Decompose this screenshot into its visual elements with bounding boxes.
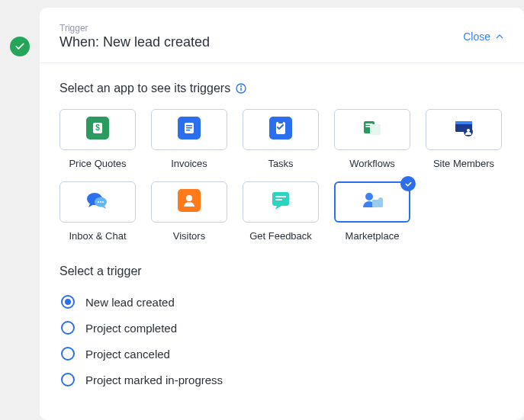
app-label: Tasks [268,158,293,169]
visitors-icon [178,189,201,215]
svg-rect-20 [455,121,472,124]
close-label: Close [463,30,490,43]
svg-point-25 [98,201,99,203]
svg-rect-18 [366,126,371,127]
select-trigger-title: Select a trigger [59,265,504,278]
svg-rect-8 [186,125,192,127]
svg-point-29 [186,195,192,201]
app-workflows[interactable]: Workflows [334,109,410,169]
site-members-icon [451,117,477,143]
trigger-panel: Trigger When: New lead created Close Sel… [40,8,524,420]
selected-badge [400,176,416,191]
check-icon [14,41,25,52]
app-label: Visitors [173,230,205,242]
app-marketplace[interactable]: Marketplace [334,181,410,242]
svg-text:$: $ [95,123,100,132]
trigger-label: Project canceled [85,348,170,361]
info-icon[interactable] [235,82,247,95]
app-label: Site Members [433,158,494,169]
svg-rect-13 [278,121,283,123]
svg-point-22 [467,129,470,132]
select-app-title: Select an app to see its triggers [59,82,230,95]
radio-icon [61,321,75,335]
app-label: Marketplace [346,230,400,242]
trigger-project-canceled[interactable]: Project canceled [61,347,504,361]
get-feedback-icon [269,189,292,215]
trigger-project-completed[interactable]: Project completed [61,321,504,335]
trigger-label: Project completed [85,322,177,335]
trigger-label: New lead created [85,296,175,309]
svg-point-27 [102,201,104,203]
close-button[interactable]: Close [463,23,504,43]
app-invoices[interactable]: Invoices [151,109,227,169]
app-label: Workflows [349,158,395,169]
workflows-icon [361,117,384,143]
svg-rect-16 [370,124,381,135]
svg-rect-10 [186,130,190,131]
inbox-chat-icon [85,189,111,215]
trigger-new-lead-created[interactable]: New lead created [61,295,504,309]
app-site-members[interactable]: Site Members [426,109,502,169]
price-quotes-icon: $ [86,117,109,143]
chevron-up-icon [495,32,504,41]
svg-point-26 [100,201,101,203]
app-inbox-chat[interactable]: Inbox & Chat [59,181,136,242]
svg-point-2 [241,86,242,87]
app-get-feedback[interactable]: Get Feedback [243,181,319,242]
app-label: Price Quotes [69,158,126,169]
app-label: Get Feedback [249,230,312,242]
app-visitors[interactable]: Visitors [151,181,227,242]
svg-rect-9 [186,127,192,129]
radio-icon [61,347,75,361]
trigger-project-marked-in-progress[interactable]: Project marked in-progress [61,373,504,386]
app-label: Inbox & Chat [69,230,126,242]
svg-rect-17 [366,123,373,125]
svg-point-35 [378,197,383,202]
app-tasks[interactable]: Tasks [243,109,319,169]
invoices-icon [178,117,201,143]
tasks-icon [269,117,292,143]
panel-subtitle: Trigger [59,23,210,34]
app-label: Invoices [171,158,207,169]
trigger-label: Project marked in-progress [85,374,223,386]
app-price-quotes[interactable]: $ Price Quotes [59,109,136,169]
radio-icon [61,295,75,309]
svg-rect-32 [275,199,282,200]
panel-title: When: New lead created [59,34,210,50]
step-complete-badge [10,37,30,56]
radio-icon [61,373,75,386]
svg-point-33 [365,193,373,200]
marketplace-icon [358,189,386,215]
check-icon [404,180,413,188]
svg-rect-31 [275,196,286,197]
